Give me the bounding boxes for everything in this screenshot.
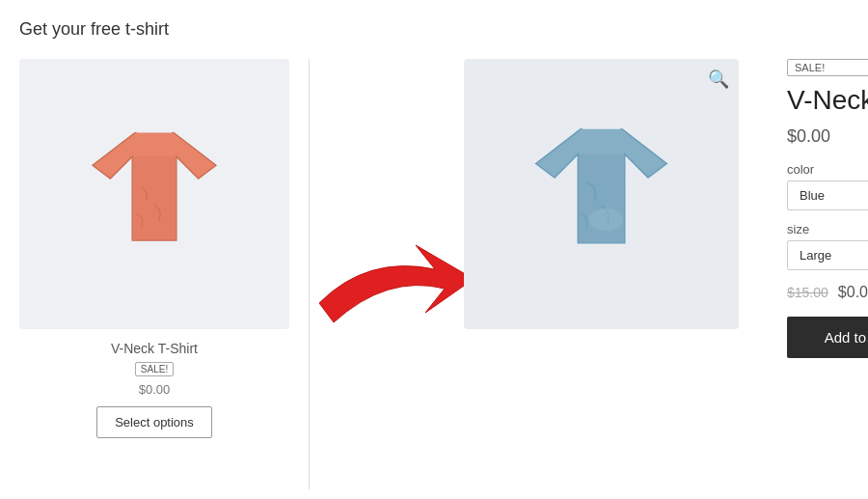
zoom-icon[interactable]: 🔍: [708, 69, 729, 90]
left-section: V-Neck T-Shirt SALE! $0.00 Select option…: [19, 59, 310, 489]
original-price: $15.00: [787, 285, 828, 300]
detail-price: $0.00: [787, 126, 868, 147]
tshirt-image-left: [82, 117, 227, 271]
page-title: Get your free t-shirt: [19, 19, 849, 40]
middle-section: [310, 59, 483, 489]
right-half: 🔍 SALE! V-Neck T-Shirt: [483, 59, 868, 489]
size-row: Small Medium Large XL ↻ Clear: [787, 240, 868, 270]
size-label: size: [787, 222, 868, 236]
color-select[interactable]: Blue Red Green: [787, 180, 868, 210]
image-column: 🔍: [483, 59, 763, 489]
tshirt-image-right: [527, 112, 676, 276]
sale-badge-left: SALE!: [135, 362, 174, 376]
color-label: color: [787, 162, 868, 177]
page-wrapper: Get your free t-shirt V-Neck: [0, 0, 868, 499]
product-title: V-Neck T-Shirt: [787, 84, 868, 117]
sale-badge-detail: SALE!: [787, 59, 868, 76]
arrow-image: [310, 197, 483, 351]
product-name-left: V-Neck T-Shirt: [111, 341, 198, 356]
add-to-cart-button[interactable]: Add to cart: [787, 317, 868, 358]
select-options-button[interactable]: Select options: [96, 406, 212, 438]
product-image-right: 🔍: [464, 59, 739, 329]
svg-point-0: [589, 208, 623, 231]
product-card-left: [19, 59, 289, 329]
detail-column: SALE! V-Neck T-Shirt $0.00 color Blue Re…: [763, 59, 868, 489]
size-select[interactable]: Small Medium Large XL: [787, 240, 868, 270]
price-row: $15.00 $0.00: [787, 284, 868, 301]
price-left: $0.00: [139, 382, 171, 397]
sale-price: $0.00: [838, 284, 868, 301]
main-content: V-Neck T-Shirt SALE! $0.00 Select option…: [19, 59, 849, 489]
